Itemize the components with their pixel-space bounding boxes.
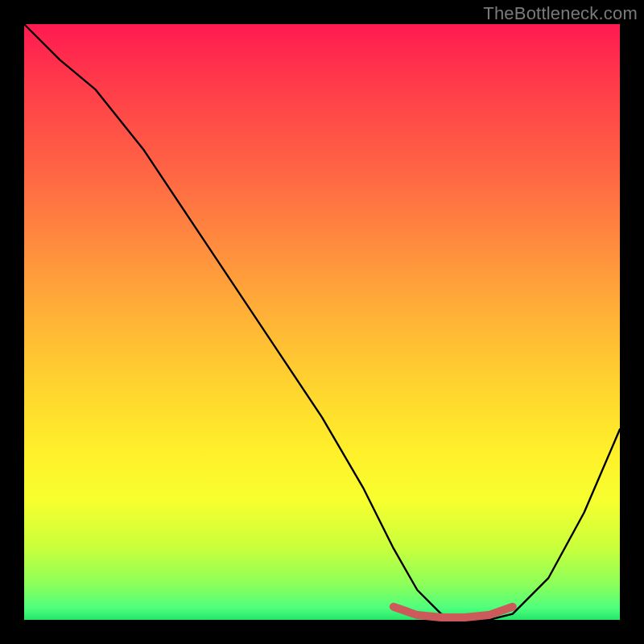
bottleneck-curve — [24, 24, 620, 620]
watermark-text: TheBottleneck.com — [483, 3, 638, 24]
optimal-range-marker — [394, 607, 513, 617]
plot-area — [24, 24, 620, 620]
chart-frame: TheBottleneck.com — [0, 0, 644, 644]
curve-svg — [24, 24, 620, 620]
